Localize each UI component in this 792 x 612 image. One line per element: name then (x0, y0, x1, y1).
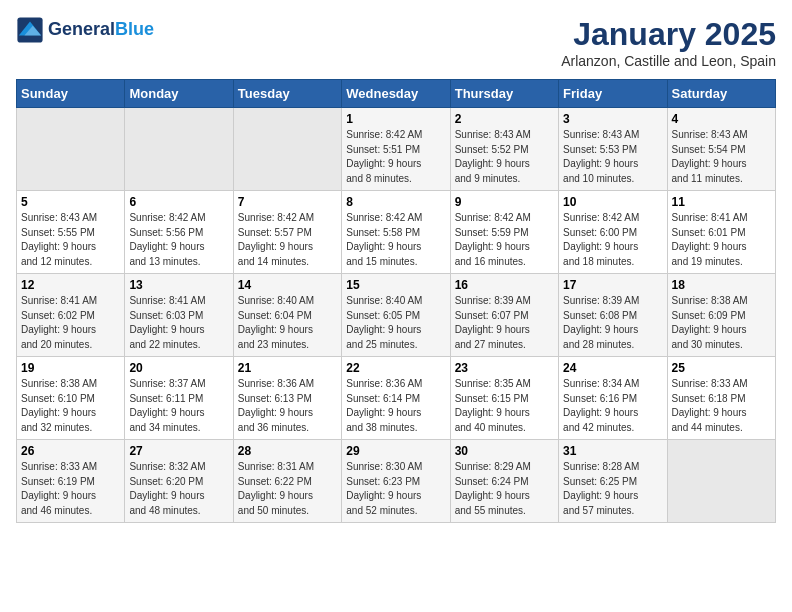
day-info: Sunrise: 8:34 AMSunset: 6:16 PMDaylight:… (563, 377, 662, 435)
calendar-cell: 20Sunrise: 8:37 AMSunset: 6:11 PMDayligh… (125, 357, 233, 440)
calendar-week-row: 5Sunrise: 8:43 AMSunset: 5:55 PMDaylight… (17, 191, 776, 274)
day-info: Sunrise: 8:43 AMSunset: 5:54 PMDaylight:… (672, 128, 771, 186)
day-number: 10 (563, 195, 662, 209)
day-number: 17 (563, 278, 662, 292)
calendar-cell: 19Sunrise: 8:38 AMSunset: 6:10 PMDayligh… (17, 357, 125, 440)
day-info: Sunrise: 8:42 AMSunset: 5:51 PMDaylight:… (346, 128, 445, 186)
calendar-cell: 22Sunrise: 8:36 AMSunset: 6:14 PMDayligh… (342, 357, 450, 440)
weekday-header-cell: Friday (559, 80, 667, 108)
day-info: Sunrise: 8:35 AMSunset: 6:15 PMDaylight:… (455, 377, 554, 435)
day-number: 16 (455, 278, 554, 292)
day-number: 1 (346, 112, 445, 126)
calendar-body: 1Sunrise: 8:42 AMSunset: 5:51 PMDaylight… (17, 108, 776, 523)
day-info: Sunrise: 8:40 AMSunset: 6:05 PMDaylight:… (346, 294, 445, 352)
calendar-cell: 21Sunrise: 8:36 AMSunset: 6:13 PMDayligh… (233, 357, 341, 440)
calendar-cell: 26Sunrise: 8:33 AMSunset: 6:19 PMDayligh… (17, 440, 125, 523)
day-info: Sunrise: 8:33 AMSunset: 6:18 PMDaylight:… (672, 377, 771, 435)
day-number: 7 (238, 195, 337, 209)
weekday-header-cell: Thursday (450, 80, 558, 108)
calendar-cell (233, 108, 341, 191)
day-info: Sunrise: 8:33 AMSunset: 6:19 PMDaylight:… (21, 460, 120, 518)
day-number: 4 (672, 112, 771, 126)
day-info: Sunrise: 8:28 AMSunset: 6:25 PMDaylight:… (563, 460, 662, 518)
calendar-cell: 12Sunrise: 8:41 AMSunset: 6:02 PMDayligh… (17, 274, 125, 357)
calendar-cell: 15Sunrise: 8:40 AMSunset: 6:05 PMDayligh… (342, 274, 450, 357)
day-info: Sunrise: 8:42 AMSunset: 6:00 PMDaylight:… (563, 211, 662, 269)
weekday-header-row: SundayMondayTuesdayWednesdayThursdayFrid… (17, 80, 776, 108)
weekday-header-cell: Saturday (667, 80, 775, 108)
day-info: Sunrise: 8:29 AMSunset: 6:24 PMDaylight:… (455, 460, 554, 518)
page-header: GeneralBlue January 2025 Arlanzon, Casti… (16, 16, 776, 69)
calendar-week-row: 12Sunrise: 8:41 AMSunset: 6:02 PMDayligh… (17, 274, 776, 357)
day-number: 29 (346, 444, 445, 458)
calendar-cell (667, 440, 775, 523)
day-info: Sunrise: 8:32 AMSunset: 6:20 PMDaylight:… (129, 460, 228, 518)
calendar-week-row: 26Sunrise: 8:33 AMSunset: 6:19 PMDayligh… (17, 440, 776, 523)
calendar-cell: 2Sunrise: 8:43 AMSunset: 5:52 PMDaylight… (450, 108, 558, 191)
logo-text: GeneralBlue (48, 19, 154, 41)
calendar-table: SundayMondayTuesdayWednesdayThursdayFrid… (16, 79, 776, 523)
day-number: 22 (346, 361, 445, 375)
day-info: Sunrise: 8:36 AMSunset: 6:14 PMDaylight:… (346, 377, 445, 435)
calendar-cell: 23Sunrise: 8:35 AMSunset: 6:15 PMDayligh… (450, 357, 558, 440)
calendar-cell: 1Sunrise: 8:42 AMSunset: 5:51 PMDaylight… (342, 108, 450, 191)
title-block: January 2025 Arlanzon, Castille and Leon… (561, 16, 776, 69)
calendar-cell: 28Sunrise: 8:31 AMSunset: 6:22 PMDayligh… (233, 440, 341, 523)
day-number: 3 (563, 112, 662, 126)
weekday-header-cell: Monday (125, 80, 233, 108)
calendar-cell: 31Sunrise: 8:28 AMSunset: 6:25 PMDayligh… (559, 440, 667, 523)
day-number: 2 (455, 112, 554, 126)
day-number: 9 (455, 195, 554, 209)
day-info: Sunrise: 8:37 AMSunset: 6:11 PMDaylight:… (129, 377, 228, 435)
day-info: Sunrise: 8:31 AMSunset: 6:22 PMDaylight:… (238, 460, 337, 518)
day-info: Sunrise: 8:30 AMSunset: 6:23 PMDaylight:… (346, 460, 445, 518)
day-info: Sunrise: 8:43 AMSunset: 5:55 PMDaylight:… (21, 211, 120, 269)
day-number: 30 (455, 444, 554, 458)
calendar-cell: 30Sunrise: 8:29 AMSunset: 6:24 PMDayligh… (450, 440, 558, 523)
day-number: 25 (672, 361, 771, 375)
calendar-cell: 8Sunrise: 8:42 AMSunset: 5:58 PMDaylight… (342, 191, 450, 274)
day-number: 20 (129, 361, 228, 375)
day-number: 14 (238, 278, 337, 292)
day-number: 13 (129, 278, 228, 292)
day-number: 28 (238, 444, 337, 458)
day-info: Sunrise: 8:43 AMSunset: 5:53 PMDaylight:… (563, 128, 662, 186)
day-number: 23 (455, 361, 554, 375)
day-number: 26 (21, 444, 120, 458)
calendar-cell: 17Sunrise: 8:39 AMSunset: 6:08 PMDayligh… (559, 274, 667, 357)
calendar-cell: 11Sunrise: 8:41 AMSunset: 6:01 PMDayligh… (667, 191, 775, 274)
day-number: 6 (129, 195, 228, 209)
calendar-cell (17, 108, 125, 191)
day-info: Sunrise: 8:43 AMSunset: 5:52 PMDaylight:… (455, 128, 554, 186)
logo: GeneralBlue (16, 16, 154, 44)
day-info: Sunrise: 8:38 AMSunset: 6:10 PMDaylight:… (21, 377, 120, 435)
day-number: 18 (672, 278, 771, 292)
day-info: Sunrise: 8:39 AMSunset: 6:08 PMDaylight:… (563, 294, 662, 352)
logo-icon (16, 16, 44, 44)
day-info: Sunrise: 8:41 AMSunset: 6:03 PMDaylight:… (129, 294, 228, 352)
calendar-cell: 4Sunrise: 8:43 AMSunset: 5:54 PMDaylight… (667, 108, 775, 191)
calendar-cell: 13Sunrise: 8:41 AMSunset: 6:03 PMDayligh… (125, 274, 233, 357)
weekday-header-cell: Wednesday (342, 80, 450, 108)
calendar-cell (125, 108, 233, 191)
calendar-cell: 9Sunrise: 8:42 AMSunset: 5:59 PMDaylight… (450, 191, 558, 274)
calendar-cell: 6Sunrise: 8:42 AMSunset: 5:56 PMDaylight… (125, 191, 233, 274)
day-number: 19 (21, 361, 120, 375)
calendar-cell: 3Sunrise: 8:43 AMSunset: 5:53 PMDaylight… (559, 108, 667, 191)
calendar-cell: 16Sunrise: 8:39 AMSunset: 6:07 PMDayligh… (450, 274, 558, 357)
day-info: Sunrise: 8:40 AMSunset: 6:04 PMDaylight:… (238, 294, 337, 352)
weekday-header-cell: Tuesday (233, 80, 341, 108)
day-info: Sunrise: 8:41 AMSunset: 6:01 PMDaylight:… (672, 211, 771, 269)
day-number: 8 (346, 195, 445, 209)
calendar-cell: 24Sunrise: 8:34 AMSunset: 6:16 PMDayligh… (559, 357, 667, 440)
day-number: 5 (21, 195, 120, 209)
calendar-cell: 10Sunrise: 8:42 AMSunset: 6:00 PMDayligh… (559, 191, 667, 274)
day-number: 15 (346, 278, 445, 292)
calendar-cell: 18Sunrise: 8:38 AMSunset: 6:09 PMDayligh… (667, 274, 775, 357)
day-number: 21 (238, 361, 337, 375)
calendar-cell: 14Sunrise: 8:40 AMSunset: 6:04 PMDayligh… (233, 274, 341, 357)
calendar-cell: 27Sunrise: 8:32 AMSunset: 6:20 PMDayligh… (125, 440, 233, 523)
day-number: 12 (21, 278, 120, 292)
calendar-title: January 2025 (561, 16, 776, 53)
day-info: Sunrise: 8:39 AMSunset: 6:07 PMDaylight:… (455, 294, 554, 352)
